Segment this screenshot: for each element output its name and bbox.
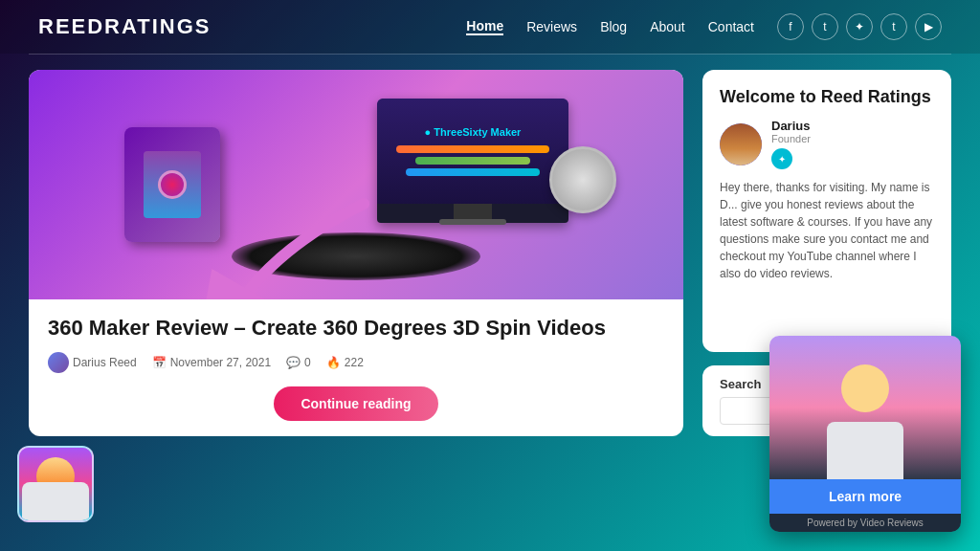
floating-thumbnail[interactable] xyxy=(17,446,94,522)
box-circle xyxy=(158,170,187,199)
bar-2 xyxy=(415,157,530,165)
logo: ReedRatings xyxy=(38,14,212,39)
facebook-icon[interactable]: f xyxy=(777,13,804,40)
author-avatar-small xyxy=(48,352,69,373)
calendar-icon: 📅 xyxy=(152,356,167,369)
social-icons: f t ✦ t ▶ xyxy=(777,13,942,40)
comment-count: 0 xyxy=(304,356,311,369)
article-image: ● ThreeSixty Maker xyxy=(29,70,683,299)
thumb-face xyxy=(19,448,92,520)
author-row: Darius Founder ✦ xyxy=(720,119,934,169)
pinterest-icon[interactable]: ✦ xyxy=(846,13,873,40)
monitor: ● ThreeSixty Maker xyxy=(377,99,568,223)
author-avatar xyxy=(720,123,762,165)
nav-contact[interactable]: Contact xyxy=(708,19,754,34)
youtube-icon[interactable]: ▶ xyxy=(915,13,942,40)
welcome-text: Hey there, thanks for visiting. My name … xyxy=(720,179,934,282)
nav-home[interactable]: Home xyxy=(466,18,503,35)
author-name: Darius Reed xyxy=(73,356,137,369)
nav-reviews[interactable]: Reviews xyxy=(526,19,577,34)
author-role: Founder xyxy=(771,133,934,144)
author-social-icon[interactable]: ✦ xyxy=(771,148,792,169)
article-date: November 27, 2021 xyxy=(170,356,271,369)
box-inner xyxy=(144,151,201,218)
nav: Home Reviews Blog About Contact f t ✦ t … xyxy=(466,13,942,40)
tumblr-icon[interactable]: t xyxy=(880,13,907,40)
meta-views: 🔥 222 xyxy=(326,356,364,369)
stage xyxy=(232,232,480,280)
article-card: ● ThreeSixty Maker xyxy=(29,70,683,436)
welcome-card: Welcome to Reed Ratings Darius Founder ✦… xyxy=(702,70,951,352)
learn-more-button[interactable]: Learn more xyxy=(769,479,961,514)
monitor-screen: ● ThreeSixty Maker xyxy=(377,99,568,204)
person-body xyxy=(827,422,903,479)
fire-icon: 🔥 xyxy=(326,356,341,369)
meta-date: 📅 November 27, 2021 xyxy=(152,356,271,369)
nav-blog[interactable]: Blog xyxy=(600,19,627,34)
powered-by-text: Powered by Video Reviews xyxy=(769,514,961,532)
comment-icon: 💬 xyxy=(286,356,301,369)
nav-about[interactable]: About xyxy=(650,19,685,34)
twitter-icon[interactable]: t xyxy=(812,13,838,40)
person-head xyxy=(841,364,889,412)
threesixty-logo: ● ThreeSixty Maker xyxy=(425,126,522,138)
view-count: 222 xyxy=(345,356,364,369)
article-body: 360 Maker Review – Create 360 Degrees 3D… xyxy=(29,299,683,436)
monitor-stand xyxy=(454,204,492,219)
meta-comments: 💬 0 xyxy=(286,356,311,369)
author-social-links: ✦ xyxy=(771,148,934,169)
camera-sphere xyxy=(549,146,616,213)
header: ReedRatings Home Reviews Blog About Cont… xyxy=(0,0,980,54)
welcome-title: Welcome to Reed Ratings xyxy=(720,87,934,107)
meta-author: Darius Reed xyxy=(48,352,137,373)
continue-reading-button[interactable]: Continue reading xyxy=(274,386,437,421)
article-title: 360 Maker Review – Create 360 Degrees 3D… xyxy=(48,315,664,342)
article-meta: Darius Reed 📅 November 27, 2021 💬 0 🔥 22… xyxy=(48,352,664,373)
person-silhouette xyxy=(769,336,961,479)
author-display-name: Darius xyxy=(771,119,934,133)
video-review-popup[interactable]: Learn more Powered by Video Reviews xyxy=(769,336,961,532)
bar-1 xyxy=(396,145,549,153)
video-face xyxy=(769,336,961,479)
product-box xyxy=(124,127,220,242)
bar-3 xyxy=(406,168,540,176)
monitor-base xyxy=(439,219,506,225)
author-info: Darius Founder ✦ xyxy=(771,119,934,169)
